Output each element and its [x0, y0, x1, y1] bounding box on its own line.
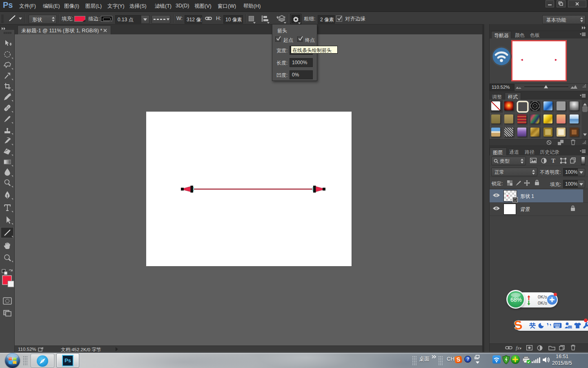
svg-text:12: 12	[569, 326, 572, 329]
svg-text:S: S	[513, 318, 523, 332]
